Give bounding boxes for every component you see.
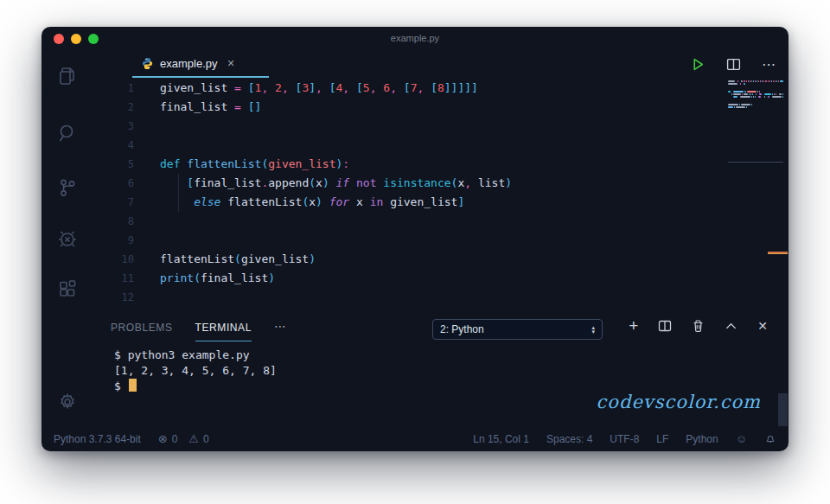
more-actions-icon[interactable]: ⋯: [762, 56, 776, 73]
minimap-line: [728, 101, 783, 103]
tab-example-py[interactable]: example.py ✕: [132, 50, 269, 78]
terminal-line: [1, 2, 3, 4, 5, 6, 7, 8]: [114, 363, 277, 379]
code-lines: 1given_list = [1, 2, [3], [4, [5, 6, [7,…: [93, 79, 788, 307]
code-line[interactable]: 6 [final_list.append(x) if not isinstanc…: [93, 174, 788, 193]
page: example.py: [0, 0, 830, 504]
window-title: example.py: [42, 33, 788, 43]
code-text: given_list = [1, 2, [3], [4, [5, 6, [7, …: [160, 79, 478, 98]
code-line[interactable]: 10flattenList(given_list): [93, 250, 788, 269]
notifications-bell-icon[interactable]: [764, 432, 776, 445]
line-number: 3: [93, 117, 134, 136]
kill-terminal-trash-icon[interactable]: [692, 319, 705, 333]
maximize-panel-chevron-icon[interactable]: [725, 320, 737, 333]
minimap-line: [728, 86, 783, 87]
eol-status[interactable]: LF: [656, 433, 668, 445]
minimap-line: [728, 96, 783, 98]
python-file-icon: [141, 57, 154, 70]
code-text: final_list = []: [160, 98, 261, 117]
new-terminal-icon[interactable]: +: [629, 318, 638, 334]
editor-actions: ⋯: [691, 52, 776, 76]
feedback-smiley-icon[interactable]: ☺: [736, 432, 747, 445]
line-number: 5: [93, 155, 134, 174]
code-line[interactable]: 8: [93, 212, 788, 231]
line-number: 9: [93, 231, 134, 250]
run-icon[interactable]: [691, 57, 706, 72]
line-number: 10: [93, 250, 134, 269]
code-line[interactable]: 5def flattenList(given_list):: [93, 155, 788, 174]
explorer-icon[interactable]: [55, 64, 80, 88]
error-count: 0: [172, 433, 178, 445]
code-line[interactable]: 2final_list = []: [93, 98, 788, 117]
minimap[interactable]: [728, 80, 783, 112]
panel-header: PROBLEMS TERMINAL ⋯ 2: Python ▴▾ +: [93, 315, 788, 344]
select-arrows-icon: ▴▾: [591, 325, 595, 334]
line-number: 1: [93, 79, 134, 98]
code-line[interactable]: 1given_list = [1, 2, [3], [4, [5, 6, [7,…: [93, 79, 788, 98]
status-bar: Python 3.7.3 64-bit ⊗ 0 ⚠ 0 Ln 15, Col 1…: [42, 426, 788, 451]
minimap-line: [728, 93, 783, 95]
close-panel-icon[interactable]: ✕: [757, 319, 768, 333]
terminal-output[interactable]: $ python3 example.py[1, 2, 3, 4, 5, 6, 7…: [114, 348, 277, 394]
tab-label: example.py: [160, 57, 217, 70]
code-line[interactable]: 7 else flattenList(x) for x in given_lis…: [93, 193, 788, 212]
minimap-line: [728, 106, 783, 108]
code-line[interactable]: 9: [93, 231, 788, 250]
line-number: 6: [93, 174, 134, 193]
minimap-line: [728, 88, 783, 90]
line-number: 12: [93, 288, 134, 307]
indentation-status[interactable]: Spaces: 4: [546, 433, 592, 445]
debug-icon[interactable]: [55, 226, 80, 251]
line-number: 11: [93, 269, 134, 288]
code-text: else flattenList(x) for x in given_list]: [160, 193, 464, 212]
minimap-line: [728, 83, 783, 85]
code-text: flattenList(given_list): [160, 250, 316, 269]
error-icon: ⊗: [158, 432, 168, 445]
title-bar[interactable]: example.py: [42, 27, 788, 51]
watermark: codevscolor.com: [597, 392, 761, 412]
code-text: [final_list.append(x) if not isinstance(…: [160, 174, 512, 193]
python-interpreter-status[interactable]: Python 3.7.3 64-bit: [54, 433, 141, 445]
tab-problems[interactable]: PROBLEMS: [111, 322, 173, 341]
problems-status[interactable]: ⊗ 0 ⚠ 0: [158, 432, 209, 445]
split-terminal-icon[interactable]: [658, 319, 672, 333]
minimap-line: [728, 104, 783, 105]
code-line[interactable]: 11print(final_list): [93, 269, 788, 288]
terminal-line: $: [114, 379, 277, 394]
tab-close-icon[interactable]: ✕: [227, 58, 234, 69]
terminal-line: $ python3 example.py: [114, 348, 277, 363]
minimap-line: [728, 91, 783, 93]
minimap-line: [728, 109, 783, 111]
settings-gear-icon[interactable]: [55, 390, 80, 414]
code-line[interactable]: 4: [93, 136, 788, 155]
language-mode-status[interactable]: Python: [686, 433, 718, 445]
code-text: def flattenList(given_list):: [160, 155, 349, 174]
cursor-position-status[interactable]: Ln 15, Col 1: [473, 433, 529, 445]
minimap-line: [728, 80, 783, 82]
vscode-window: example.py: [42, 27, 788, 451]
terminal-cursor: [129, 379, 137, 392]
line-number: 8: [93, 212, 134, 231]
warning-icon: ⚠: [188, 432, 199, 445]
code-editor[interactable]: 1given_list = [1, 2, [3], [4, [5, 6, [7,…: [93, 79, 788, 336]
split-editor-icon[interactable]: [726, 57, 741, 72]
line-number: 2: [93, 98, 134, 117]
code-text: print(final_list): [160, 269, 275, 288]
warning-count: 0: [203, 433, 209, 445]
code-line[interactable]: 12: [93, 288, 788, 307]
minimap-line: [728, 99, 783, 100]
minimap-divider: [728, 162, 783, 163]
terminal-select[interactable]: 2: Python ▴▾: [432, 319, 603, 340]
source-control-icon[interactable]: [55, 175, 80, 200]
encoding-status[interactable]: UTF-8: [610, 433, 639, 445]
extensions-icon[interactable]: [55, 278, 80, 302]
line-number: 4: [93, 136, 134, 155]
overview-ruler-marker: [768, 252, 788, 254]
search-icon[interactable]: [55, 121, 80, 145]
terminal-select-value: 2: Python: [440, 323, 484, 335]
terminal-scrollbar[interactable]: [778, 393, 788, 426]
panel-more-icon[interactable]: ⋯: [274, 319, 287, 341]
code-line[interactable]: 3: [93, 117, 788, 136]
tab-bar: example.py ✕ ⋯: [93, 50, 788, 79]
tab-terminal[interactable]: TERMINAL: [195, 322, 252, 341]
line-number: 7: [93, 193, 134, 212]
